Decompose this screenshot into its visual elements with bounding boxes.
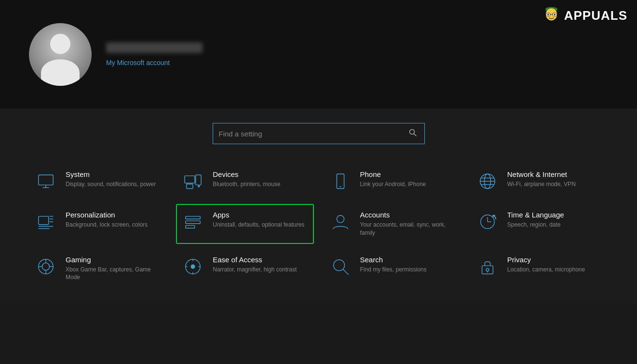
settings-text-phone: Phone Link your Android, iPhone — [360, 170, 426, 189]
search-button[interactable] — [407, 129, 419, 138]
apps-icon — [182, 211, 204, 233]
settings-text-devices: Devices Bluetooth, printers, mouse — [213, 170, 280, 189]
svg-point-16 — [198, 186, 200, 187]
ease-icon — [182, 256, 204, 278]
settings-title-personalization: Personalization — [66, 211, 148, 219]
avatar — [29, 23, 92, 86]
settings-text-system: System Display, sound, notifications, po… — [66, 170, 156, 189]
settings-grid: System Display, sound, notifications, po… — [29, 163, 608, 288]
avatar-silhouette — [29, 23, 92, 86]
time-icon — [476, 211, 499, 233]
settings-title-network: Network & Internet — [507, 170, 576, 178]
settings-item-system[interactable]: System Display, sound, notifications, po… — [29, 163, 166, 199]
search-box — [213, 123, 425, 144]
settings-desc-gaming: Xbox Game Bar, captures, Game Mode — [66, 266, 161, 282]
privacy-icon — [476, 256, 499, 278]
settings-title-devices: Devices — [213, 170, 280, 178]
settings-desc-phone: Link your Android, iPhone — [360, 180, 426, 189]
svg-rect-14 — [196, 175, 201, 185]
settings-desc-apps: Uninstall, defaults, optional features — [213, 221, 304, 229]
svg-point-44 — [191, 265, 195, 269]
appuals-text: APPUALS — [564, 8, 627, 23]
settings-desc-ease-of-access: Narrator, magnifier, high contrast — [213, 266, 297, 274]
main-content: System Display, sound, notifications, po… — [0, 108, 637, 303]
settings-item-privacy[interactable]: Privacy Location, camera, microphone — [471, 249, 608, 289]
svg-line-9 — [414, 134, 416, 136]
search-icon — [329, 256, 352, 278]
svg-point-6 — [547, 13, 549, 15]
settings-desc-system: Display, sound, notifications, power — [66, 180, 156, 189]
settings-title-apps: Apps — [213, 211, 304, 219]
svg-rect-15 — [187, 184, 193, 189]
settings-title-privacy: Privacy — [507, 256, 585, 264]
settings-title-phone: Phone — [360, 170, 426, 178]
svg-rect-17 — [337, 174, 344, 189]
settings-text-privacy: Privacy Location, camera, microphone — [507, 256, 585, 274]
settings-desc-time: Speech, region, date — [507, 221, 564, 229]
settings-item-phone[interactable]: Phone Link your Android, iPhone — [324, 163, 461, 199]
settings-desc-accounts: Your accounts, email, sync, work, family — [360, 221, 455, 237]
settings-text-gaming: Gaming Xbox Game Bar, captures, Game Mod… — [66, 256, 161, 282]
settings-title-ease-of-access: Ease of Access — [213, 256, 297, 264]
profile-info: My Microsoft account — [106, 42, 203, 67]
settings-text-ease-of-access: Ease of Access Narrator, magnifier, high… — [213, 256, 297, 274]
header: My Microsoft account APPUALS — [0, 0, 637, 108]
appuals-logo: APPUALS — [541, 5, 627, 27]
svg-rect-24 — [39, 216, 49, 225]
svg-point-52 — [486, 268, 489, 271]
settings-title-search: Search — [360, 256, 427, 264]
settings-title-time: Time & Language — [507, 211, 564, 219]
svg-rect-31 — [186, 221, 200, 224]
globe-icon — [476, 170, 499, 192]
settings-desc-devices: Bluetooth, printers, mouse — [213, 180, 280, 189]
settings-text-personalization: Personalization Background, lock screen,… — [66, 211, 148, 229]
search-input[interactable] — [219, 130, 407, 138]
settings-title-accounts: Accounts — [360, 211, 455, 219]
settings-item-accounts[interactable]: Accounts Your accounts, email, sync, wor… — [324, 204, 461, 244]
personalization-icon — [35, 211, 57, 233]
settings-title-system: System — [66, 170, 156, 178]
settings-item-personalization[interactable]: Personalization Background, lock screen,… — [29, 204, 166, 244]
svg-rect-51 — [482, 266, 493, 274]
profile-name-blurred — [106, 42, 203, 53]
settings-desc-search: Find my files, permissions — [360, 266, 427, 274]
devices-icon — [182, 170, 204, 192]
settings-text-accounts: Accounts Your accounts, email, sync, wor… — [360, 211, 455, 237]
appuals-icon — [541, 5, 562, 27]
settings-item-time[interactable]: Time & Language Speech, region, date — [471, 204, 608, 244]
search-container — [29, 123, 608, 144]
svg-point-49 — [333, 259, 344, 270]
settings-item-search[interactable]: Search Find my files, permissions — [324, 249, 461, 289]
settings-desc-network: Wi-Fi, airplane mode, VPN — [507, 180, 576, 189]
settings-item-ease-of-access[interactable]: Ease of Access Narrator, magnifier, high… — [176, 249, 313, 289]
search-icon — [409, 129, 417, 136]
svg-rect-30 — [186, 216, 200, 219]
svg-line-50 — [343, 269, 348, 274]
svg-point-33 — [337, 216, 344, 223]
settings-desc-privacy: Location, camera, microphone — [507, 266, 585, 274]
settings-text-time: Time & Language Speech, region, date — [507, 211, 564, 229]
monitor-icon — [35, 170, 57, 192]
svg-point-7 — [554, 13, 556, 15]
settings-title-gaming: Gaming — [66, 256, 161, 264]
gaming-icon — [35, 256, 57, 278]
settings-text-network: Network & Internet Wi-Fi, airplane mode,… — [507, 170, 576, 189]
svg-rect-32 — [186, 226, 195, 229]
microsoft-account-link[interactable]: My Microsoft account — [106, 59, 203, 67]
phone-icon — [329, 170, 352, 192]
settings-item-devices[interactable]: Devices Bluetooth, printers, mouse — [176, 163, 313, 199]
settings-text-search: Search Find my files, permissions — [360, 256, 427, 274]
accounts-icon — [329, 211, 352, 233]
svg-rect-13 — [185, 176, 195, 183]
settings-text-apps: Apps Uninstall, defaults, optional featu… — [213, 211, 304, 229]
svg-point-38 — [42, 263, 49, 270]
settings-item-gaming[interactable]: Gaming Xbox Game Bar, captures, Game Mod… — [29, 249, 166, 289]
settings-desc-personalization: Background, lock screen, colors — [66, 221, 148, 229]
settings-item-apps[interactable]: Apps Uninstall, defaults, optional featu… — [176, 204, 313, 244]
svg-rect-10 — [39, 175, 53, 185]
settings-item-network[interactable]: Network & Internet Wi-Fi, airplane mode,… — [471, 163, 608, 199]
